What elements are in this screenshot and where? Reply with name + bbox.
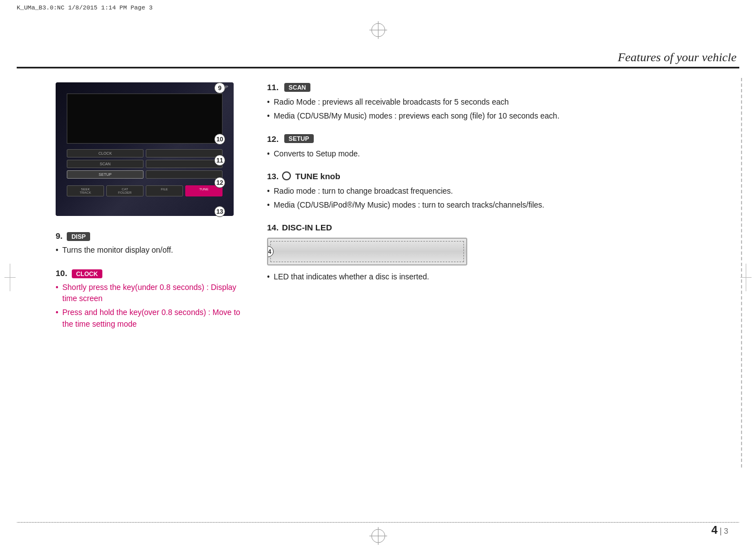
item-12-section: 12. SETUP Converts to Setup mode. (267, 134, 712, 159)
reg-mark-right-icon (740, 263, 752, 293)
item-12-bullet-1: Converts to Setup mode. (267, 148, 712, 159)
page-num-3: 3 (724, 527, 728, 535)
left-panel: 9. DISP Turns the monitor display on/off… (56, 231, 245, 342)
item-10-bullet-1: Shortly press the key(under 0.8 seconds)… (56, 282, 245, 304)
item-10-number: 10. (56, 268, 67, 278)
radio-buttons-area: CLOCK SCAN SETUP SEEKTRACK CATFOLDER FIL… (67, 149, 223, 199)
radio-screen (67, 94, 223, 144)
disc-led-image: 14 (267, 238, 467, 265)
item-13-section: 13. TUNE knob Radio mode : turn to chang… (267, 171, 712, 211)
bottom-rule (17, 522, 739, 523)
item-14-title: DISC-IN LED (282, 223, 332, 232)
scan-badge: SCAN (284, 83, 310, 92)
item-11-bullet-2: Media (CD/USB/My Music) modes : previews… (267, 110, 712, 121)
item-9-number: 9. (56, 231, 63, 240)
item-10-section: 10. CLOCK Shortly press the key(under 0.… (56, 268, 245, 329)
item-13-bullet-1: Radio mode : turn to change broadcast fr… (267, 185, 712, 196)
item-13-tune-label: TUNE knob (295, 171, 340, 181)
badge-12-icon: 12 (214, 177, 225, 188)
item-12-number: 12. (267, 134, 279, 144)
reg-mark-left-icon (4, 263, 16, 293)
item-9-section: 9. DISP Turns the monitor display on/off… (56, 231, 245, 256)
disc-led-image-container: 14 (267, 238, 467, 265)
page-number: 4 | 3 (711, 524, 728, 537)
tune-knob-icon (282, 171, 291, 180)
item-14-bullet-1: LED that indicates whether a disc is ins… (267, 271, 712, 282)
disc-led-inner (270, 241, 464, 262)
corner-text: K_UMa_B3.0:NC 1/8/2015 1:14 PM Page 3 (17, 4, 152, 11)
item-13-bullet-2: Media (CD/USB/iPod®/My Music) modes : tu… (267, 199, 712, 210)
header-rule (17, 67, 739, 68)
badge-11-icon: 11 (214, 155, 225, 166)
item-9-bullet-1: Turns the monitor display on/off. (56, 244, 245, 255)
page-title: Features of your vehicle (617, 50, 737, 65)
setup-badge: SETUP (284, 134, 314, 143)
badge-10-icon: 10 (214, 134, 225, 145)
item-13-number: 13. (267, 171, 279, 181)
badge-13-icon: 13 (214, 206, 225, 217)
disp-badge: DISP (67, 232, 90, 241)
crosshair-bottom-icon (369, 527, 387, 545)
car-image: CLOCK SCAN SETUP SEEKTRACK CATFOLDER FIL… (56, 82, 234, 216)
item-11-section: 11. SCAN Radio Mode : previews all recei… (267, 82, 712, 122)
clock-badge: CLOCK (72, 269, 102, 278)
item-10-bullet-2: Press and hold the key(over 0.8 seconds)… (56, 307, 245, 329)
item-11-number: 11. (267, 82, 279, 92)
item-14-section: 14. DISC-IN LED 14 LED that indicates wh… (267, 223, 712, 282)
item-11-bullet-1: Radio Mode : previews all receivable bro… (267, 96, 712, 107)
crosshair-top-icon (369, 21, 387, 39)
right-panel: 11. SCAN Radio Mode : previews all recei… (267, 82, 712, 295)
page-num-4: 4 (711, 524, 718, 536)
item-14-number: 14. (267, 223, 279, 232)
badge-9-icon: 9 (214, 82, 225, 94)
